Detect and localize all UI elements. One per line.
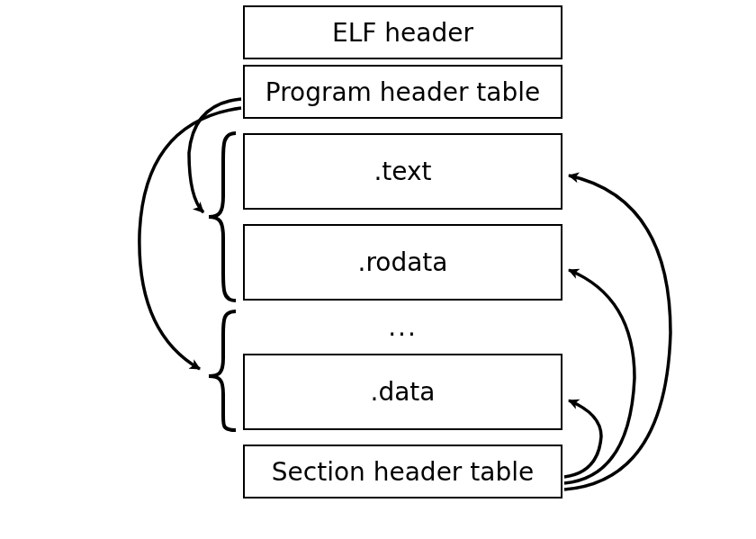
elf-header-box: ELF header xyxy=(243,5,562,59)
arrow-pht-to-segment2-icon xyxy=(140,108,241,369)
rodata-section-box: .rodata xyxy=(243,224,562,301)
section-header-table-label: Section header table xyxy=(272,457,534,487)
section-header-table-box: Section header table xyxy=(243,445,562,499)
ellipsis-label: ... xyxy=(243,312,562,342)
brace-dots-data-icon xyxy=(209,311,236,430)
arrow-sht-to-data-icon xyxy=(564,400,601,477)
program-header-table-box: Program header table xyxy=(243,65,562,119)
elf-header-label: ELF header xyxy=(332,18,473,48)
elf-layout-diagram: ELF header Program header table .text .r… xyxy=(0,0,756,539)
program-header-table-label: Program header table xyxy=(266,77,541,107)
text-section-label: .text xyxy=(374,157,431,186)
data-section-label: .data xyxy=(371,377,436,407)
text-section-box: .text xyxy=(243,133,562,210)
arrow-sht-to-rodata-icon xyxy=(564,270,634,483)
arrow-sht-to-text-icon xyxy=(564,175,670,490)
rodata-section-label: .rodata xyxy=(358,247,448,277)
arrow-pht-to-segment1-icon xyxy=(189,99,241,212)
brace-text-rodata-icon xyxy=(209,133,236,301)
data-section-box: .data xyxy=(243,354,562,430)
